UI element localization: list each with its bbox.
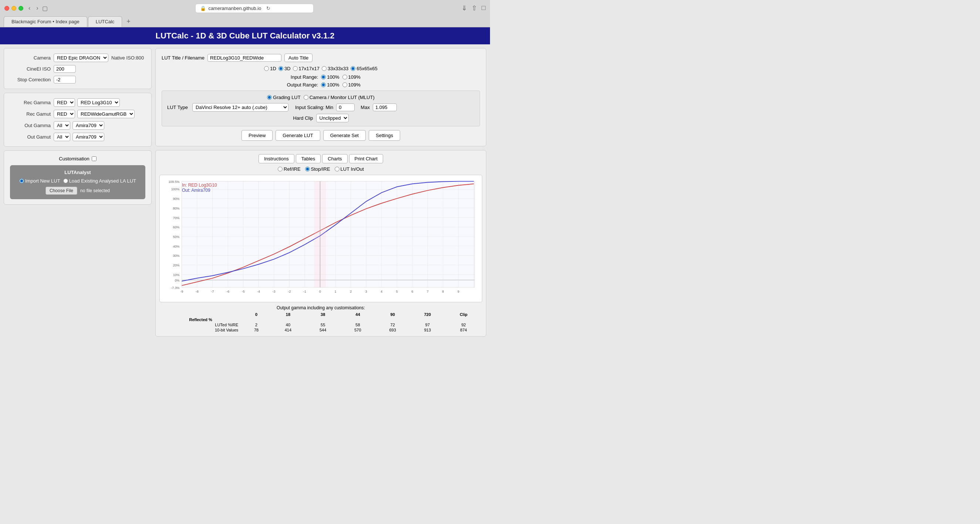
output-100-radio[interactable] bbox=[321, 83, 326, 87]
table-col-44: 44 bbox=[340, 312, 375, 317]
output-109-radio[interactable] bbox=[342, 83, 347, 87]
lut-inout-option[interactable]: LUT In/Out bbox=[335, 166, 364, 172]
tenbit-544: 544 bbox=[305, 327, 340, 333]
lock-icon: 🔒 bbox=[200, 6, 206, 11]
chart-data-table: 0 18 38 44 90 720 Clip Reflected % bbox=[159, 312, 482, 333]
load-existing-radio[interactable] bbox=[63, 178, 68, 183]
camera-label: Camera bbox=[10, 55, 51, 60]
svg-text:4: 4 bbox=[380, 290, 382, 294]
stop-ire-radio[interactable] bbox=[305, 167, 310, 171]
left-panel: Camera RED Epic DRAGON Native ISO:800 Ci… bbox=[4, 48, 152, 337]
rec-gamut-select2[interactable]: REDWideGamutRGB bbox=[77, 110, 135, 118]
input-100-radio[interactable] bbox=[321, 75, 326, 79]
out-gamut-select2[interactable]: Amira709 bbox=[73, 133, 104, 141]
reload-icon[interactable]: ↻ bbox=[266, 6, 270, 11]
lut-title-input[interactable] bbox=[207, 54, 282, 62]
hard-clip-select[interactable]: Unclipped bbox=[316, 114, 349, 122]
svg-text:80%: 80% bbox=[173, 206, 180, 210]
grading-lut-option[interactable]: Grading LUT bbox=[267, 95, 300, 100]
browser-nav: ‹ › ▢ bbox=[26, 4, 48, 12]
out-gamma-select2[interactable]: Amira709 bbox=[73, 121, 104, 130]
choose-file-button[interactable]: Choose File bbox=[46, 187, 77, 195]
forward-button[interactable]: › bbox=[34, 4, 40, 12]
new-tab-button[interactable]: + bbox=[123, 16, 134, 27]
minimize-button[interactable] bbox=[11, 6, 16, 11]
ref-ire-radio[interactable] bbox=[278, 167, 283, 171]
lut-inout-radio[interactable] bbox=[335, 167, 339, 171]
close-button[interactable] bbox=[5, 6, 9, 11]
luted-ire-97: 97 bbox=[410, 322, 445, 327]
input-109-radio[interactable] bbox=[342, 75, 347, 79]
cineei-input[interactable] bbox=[54, 65, 76, 73]
auto-title-button[interactable]: Auto Title bbox=[285, 54, 312, 62]
dim-3d-option[interactable]: 3D bbox=[278, 66, 291, 71]
share-icon[interactable]: ⇧ bbox=[471, 4, 477, 12]
input-min-input[interactable] bbox=[336, 103, 355, 111]
output-109-option[interactable]: 109% bbox=[342, 82, 361, 87]
rec-gamma-select1[interactable]: RED bbox=[54, 98, 75, 107]
layout-button[interactable]: ▢ bbox=[42, 4, 48, 12]
generate-set-button[interactable]: Generate Set bbox=[323, 130, 366, 141]
download-icon[interactable]: ⇓ bbox=[461, 4, 467, 12]
size-33-radio[interactable] bbox=[322, 66, 326, 71]
tab-instructions[interactable]: Instructions bbox=[258, 154, 294, 164]
output-100-option[interactable]: 100% bbox=[321, 82, 339, 87]
table-reflected-header: Reflected % bbox=[159, 317, 242, 322]
input-max-input[interactable] bbox=[373, 103, 397, 111]
camera-select[interactable]: RED Epic DRAGON bbox=[54, 54, 108, 62]
chart-radio-row: Ref/IRE Stop/IRE LUT In/Out bbox=[159, 166, 482, 172]
import-new-lut-radio[interactable] bbox=[19, 178, 24, 183]
out-gamut-select1[interactable]: All bbox=[54, 133, 70, 141]
settings-button[interactable]: Settings bbox=[369, 130, 400, 141]
camera-monitor-lut-radio[interactable] bbox=[304, 95, 309, 100]
sidebar-icon[interactable]: □ bbox=[482, 4, 485, 12]
dim-1d-radio[interactable] bbox=[264, 66, 269, 71]
camera-monitor-lut-option[interactable]: Camera / Monitor LUT (MLUT) bbox=[304, 95, 375, 100]
tab-lutcalc[interactable]: LUTCalc bbox=[88, 16, 123, 27]
grading-lut-radio[interactable] bbox=[267, 95, 272, 100]
stop-ire-option[interactable]: Stop/IRE bbox=[305, 166, 330, 172]
ref-ire-option[interactable]: Ref/IRE bbox=[278, 166, 301, 172]
size-33-option[interactable]: 33x33x33 bbox=[322, 66, 348, 71]
browser-tabs: Blackmagic Forum • Index page LUTCalc + bbox=[0, 16, 490, 27]
tenbit-693: 693 bbox=[375, 327, 410, 333]
out-gamut-label: Out Gamut bbox=[10, 134, 51, 140]
tab-tables[interactable]: Tables bbox=[296, 154, 321, 164]
input-100-option[interactable]: 100% bbox=[321, 74, 339, 80]
input-109-option[interactable]: 109% bbox=[342, 74, 361, 80]
maximize-button[interactable] bbox=[19, 6, 23, 11]
back-button[interactable]: ‹ bbox=[26, 4, 33, 12]
rec-gamut-select1[interactable]: RED bbox=[54, 110, 75, 118]
preview-button[interactable]: Preview bbox=[242, 130, 272, 141]
top-right-section: LUT Title / Filename Auto Title 1D 3D 17… bbox=[155, 48, 486, 146]
table-col-header-empty bbox=[159, 312, 242, 317]
lut-type-section: Grading LUT Camera / Monitor LUT (MLUT) … bbox=[162, 91, 480, 126]
tab-charts[interactable]: Charts bbox=[322, 154, 347, 164]
out-gamma-select1[interactable]: All bbox=[54, 121, 70, 130]
address-bar[interactable]: 🔒 cameramanben.github.io ↻ bbox=[195, 4, 313, 13]
customisation-checkbox[interactable] bbox=[92, 156, 97, 161]
output-range-label: Output Range: bbox=[281, 82, 318, 87]
table-reflected-90 bbox=[375, 317, 410, 322]
generate-lut-button[interactable]: Generate LUT bbox=[275, 130, 320, 141]
dim-1d-option[interactable]: 1D bbox=[264, 66, 276, 71]
lut-type-select[interactable]: DaVinci Resolve 12+ auto (.cube) bbox=[192, 103, 288, 111]
load-existing-option[interactable]: Load Existing Analysed LA LUT bbox=[63, 178, 136, 184]
tab-print-chart[interactable]: Print Chart bbox=[349, 154, 383, 164]
dim-1d-label: 1D bbox=[270, 66, 276, 71]
size-17-option[interactable]: 17x17x17 bbox=[293, 66, 320, 71]
stop-correction-input[interactable] bbox=[54, 76, 76, 84]
svg-text:10%: 10% bbox=[173, 273, 180, 277]
dim-3d-radio[interactable] bbox=[278, 66, 283, 71]
size-17-radio[interactable] bbox=[293, 66, 298, 71]
import-new-lut-option[interactable]: Import New LUT bbox=[19, 178, 60, 184]
size-65-radio[interactable] bbox=[351, 66, 355, 71]
size-65-option[interactable]: 65x65x65 bbox=[351, 66, 377, 71]
svg-text:109.5%: 109.5% bbox=[168, 180, 179, 184]
lut-title-label: LUT Title / Filename bbox=[162, 55, 205, 60]
table-row-luted: LUTed %IRE 2 40 55 58 72 97 92 bbox=[159, 322, 482, 327]
tab-blackmagic[interactable]: Blackmagic Forum • Index page bbox=[4, 16, 87, 27]
import-new-lut-label: Import New LUT bbox=[25, 178, 60, 184]
svg-text:0: 0 bbox=[319, 290, 321, 294]
rec-gamma-select2[interactable]: RED Log3G10 bbox=[77, 98, 120, 107]
